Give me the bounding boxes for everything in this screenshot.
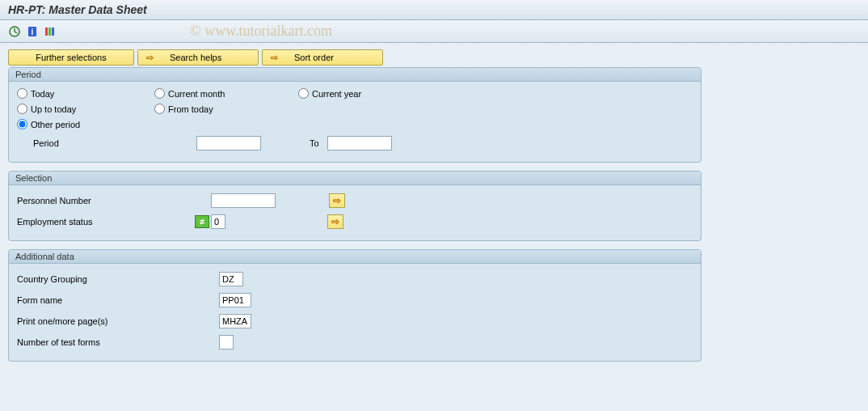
period-from-input[interactable] — [196, 136, 261, 150]
additional-data-group: Additional data Country Grouping Form na… — [8, 249, 702, 362]
period-group: Period Today Current month Current year — [8, 67, 702, 163]
print-pages-label: Print one/more page(s) — [17, 316, 219, 326]
radio-current-year-label: Current year — [312, 89, 361, 99]
form-name-input[interactable] — [219, 293, 251, 307]
country-grouping-label: Country Grouping — [17, 274, 219, 284]
svg-rect-5 — [45, 28, 48, 36]
svg-text:i: i — [32, 28, 34, 36]
employment-status-label: Employment status — [17, 217, 195, 227]
execute-icon[interactable] — [8, 25, 21, 38]
page-title: HR-PT: Master Data Sheet — [0, 0, 868, 20]
radio-current-month-label: Current month — [168, 89, 225, 99]
period-to-label: To — [310, 138, 319, 148]
content-area: Further selections ⇨ Search helps ⇨ Sort… — [0, 43, 868, 376]
toolbar: i — [0, 20, 868, 43]
not-equal-icon[interactable]: ≠ — [195, 215, 209, 228]
radio-from-today[interactable]: From today — [154, 104, 298, 114]
radio-today-input[interactable] — [17, 88, 27, 99]
period-header: Period — [9, 68, 701, 82]
radio-up-to-today-label: Up to today — [31, 104, 76, 114]
search-helps-label: Search helps — [170, 53, 221, 62]
color-bars-icon[interactable] — [44, 25, 57, 38]
radio-other-period[interactable]: Other period — [17, 119, 154, 129]
radio-current-month-input[interactable] — [154, 88, 165, 99]
form-name-label: Form name — [17, 295, 219, 305]
radio-from-today-input[interactable] — [154, 104, 165, 114]
radio-from-today-label: From today — [168, 104, 213, 114]
multiple-selection-button[interactable]: ⇨ — [327, 214, 343, 229]
radio-current-month[interactable]: Current month — [154, 88, 298, 99]
country-grouping-input[interactable] — [219, 272, 243, 286]
svg-rect-7 — [52, 28, 54, 36]
additional-header: Additional data — [9, 250, 701, 264]
action-row: Further selections ⇨ Search helps ⇨ Sort… — [8, 49, 860, 66]
selection-group: Selection Personnel Number ⇨ Employment … — [8, 171, 702, 241]
period-label: Period — [17, 138, 196, 148]
sort-order-button[interactable]: ⇨ Sort order — [262, 49, 383, 66]
arrow-right-icon: ⇨ — [271, 53, 278, 63]
sort-order-label: Sort order — [294, 53, 334, 62]
num-test-forms-input[interactable] — [219, 335, 234, 350]
radio-up-to-today-input[interactable] — [17, 104, 27, 114]
search-helps-button[interactable]: ⇨ Search helps — [137, 49, 259, 66]
further-selections-button[interactable]: Further selections — [8, 49, 134, 66]
personnel-number-input[interactable] — [211, 193, 276, 208]
radio-other-period-input[interactable] — [17, 119, 27, 129]
multiple-selection-button[interactable]: ⇨ — [329, 193, 345, 208]
svg-rect-6 — [48, 28, 51, 36]
radio-today-label: Today — [31, 89, 54, 99]
arrow-right-icon: ⇨ — [146, 53, 154, 63]
radio-today[interactable]: Today — [17, 88, 154, 99]
radio-current-year[interactable]: Current year — [298, 88, 428, 99]
radio-current-year-input[interactable] — [298, 88, 309, 99]
selection-header: Selection — [9, 172, 701, 185]
radio-up-to-today[interactable]: Up to today — [17, 104, 154, 114]
svg-line-2 — [15, 32, 17, 33]
print-pages-input[interactable] — [219, 314, 251, 328]
info-icon[interactable]: i — [26, 25, 39, 38]
further-selections-label: Further selections — [36, 53, 106, 62]
num-test-forms-label: Number of test forms — [17, 337, 219, 347]
radio-other-period-label: Other period — [31, 120, 80, 129]
personnel-number-label: Personnel Number — [17, 196, 195, 206]
employment-status-input[interactable] — [211, 214, 225, 229]
period-to-input[interactable] — [327, 136, 392, 150]
